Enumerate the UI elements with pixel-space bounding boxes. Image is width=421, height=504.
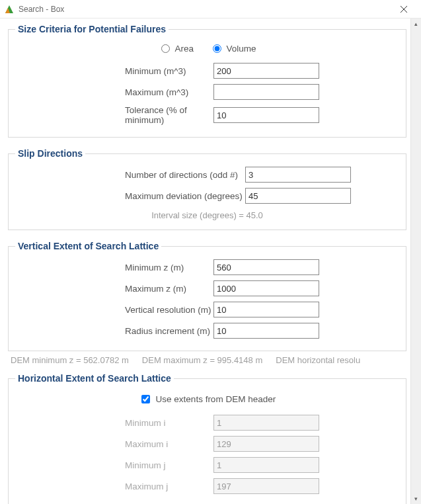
vertical-legend: Vertical Extent of Search Lattice bbox=[15, 241, 161, 251]
maxi-label: Maximum i bbox=[15, 439, 213, 449]
max-input[interactable] bbox=[213, 84, 319, 100]
mini-row: Minimum i bbox=[15, 412, 399, 433]
minj-input bbox=[213, 457, 319, 473]
slip-group: Slip Directions Number of directions (od… bbox=[8, 148, 406, 230]
scroll-up-icon[interactable]: ▴ bbox=[411, 19, 421, 29]
rinc-input[interactable] bbox=[213, 323, 319, 339]
vres-row: Vertical resolution (m) bbox=[15, 299, 399, 320]
min-label: Minimum (m^3) bbox=[15, 66, 213, 76]
vertical-group: Vertical Extent of Search Lattice Minimu… bbox=[8, 241, 406, 351]
dem-minz: DEM minimum z = 562.0782 m bbox=[11, 355, 129, 365]
area-radio-text: Area bbox=[174, 44, 194, 54]
maxz-input[interactable] bbox=[213, 280, 319, 296]
vres-input[interactable] bbox=[213, 302, 319, 317]
tol-input[interactable] bbox=[213, 107, 319, 123]
maxdev-row: Maximum deviation (degrees) bbox=[15, 185, 399, 206]
titlebar: Search - Box bbox=[0, 0, 421, 19]
vres-label: Vertical resolution (m) bbox=[15, 305, 213, 315]
maxj-row: Maximum j bbox=[15, 476, 399, 497]
vertical-scrollbar[interactable]: ▴ ▾ bbox=[410, 19, 421, 504]
area-radio[interactable] bbox=[161, 44, 170, 53]
use-dem-label[interactable]: Use extents from DEM header bbox=[139, 394, 276, 404]
dialog-body: Size Criteria for Potential Failures Are… bbox=[0, 19, 410, 504]
tol-row: Tolerance (% of minimum) bbox=[15, 103, 399, 128]
minz-input[interactable] bbox=[213, 259, 319, 275]
maxi-row: Maximum i bbox=[15, 433, 399, 454]
interval-hint: Interval size (degrees) = 45.0 bbox=[15, 206, 399, 220]
maxdev-input[interactable] bbox=[245, 188, 351, 204]
minj-row: Minimum j bbox=[15, 454, 399, 476]
use-dem-checkbox[interactable] bbox=[141, 395, 150, 403]
min-row: Minimum (m^3) bbox=[15, 60, 399, 81]
close-icon bbox=[401, 6, 407, 13]
minz-label: Minimum z (m) bbox=[15, 263, 213, 273]
maxz-label: Maximum z (m) bbox=[15, 284, 213, 294]
volume-radio[interactable] bbox=[213, 44, 221, 53]
numdir-input[interactable] bbox=[245, 167, 351, 183]
rinc-label: Radius increment (m) bbox=[15, 326, 213, 336]
max-row: Maximum (m^3) bbox=[15, 81, 399, 103]
use-dem-row: Use extents from DEM header bbox=[15, 389, 399, 412]
size-criteria-radios: Area Volume bbox=[15, 40, 399, 60]
close-button[interactable] bbox=[391, 0, 417, 19]
maxi-input bbox=[213, 436, 319, 452]
tol-label: Tolerance (% of minimum) bbox=[15, 105, 213, 125]
numdir-label: Number of directions (odd #) bbox=[15, 170, 245, 180]
maxdev-label: Maximum deviation (degrees) bbox=[15, 191, 245, 201]
dem-info: DEM minimum z = 562.0782 m DEM maximum z… bbox=[8, 355, 406, 365]
mini-label: Minimum i bbox=[15, 418, 213, 428]
size-criteria-group: Size Criteria for Potential Failures Are… bbox=[8, 24, 406, 138]
volume-radio-text: Volume bbox=[227, 44, 256, 54]
area-radio-label[interactable]: Area bbox=[158, 44, 196, 54]
maxj-input bbox=[213, 478, 319, 494]
scroll-down-icon[interactable]: ▾ bbox=[411, 493, 421, 504]
slip-legend: Slip Directions bbox=[15, 148, 85, 159]
max-label: Maximum (m^3) bbox=[15, 87, 213, 97]
rinc-row: Radius increment (m) bbox=[15, 320, 399, 341]
maxj-label: Maximum j bbox=[15, 482, 213, 491]
dem-hres: DEM horizontal resolu bbox=[276, 355, 360, 365]
volume-radio-label[interactable]: Volume bbox=[210, 44, 256, 54]
window-title: Search - Box bbox=[19, 5, 391, 14]
app-icon bbox=[4, 4, 15, 15]
use-dem-text: Use extents from DEM header bbox=[156, 394, 276, 404]
numdir-row: Number of directions (odd #) bbox=[15, 164, 399, 185]
mini-input bbox=[213, 415, 319, 431]
dem-maxz: DEM maximum z = 995.4148 m bbox=[142, 355, 262, 365]
min-input[interactable] bbox=[213, 63, 319, 79]
minz-row: Minimum z (m) bbox=[15, 257, 399, 278]
size-criteria-legend: Size Criteria for Potential Failures bbox=[15, 24, 169, 34]
maxz-row: Maximum z (m) bbox=[15, 278, 399, 299]
minj-label: Minimum j bbox=[15, 460, 213, 470]
horizontal-legend: Horizontal Extent of Search Lattice bbox=[15, 373, 174, 384]
horizontal-group: Horizontal Extent of Search Lattice Use … bbox=[8, 373, 406, 504]
